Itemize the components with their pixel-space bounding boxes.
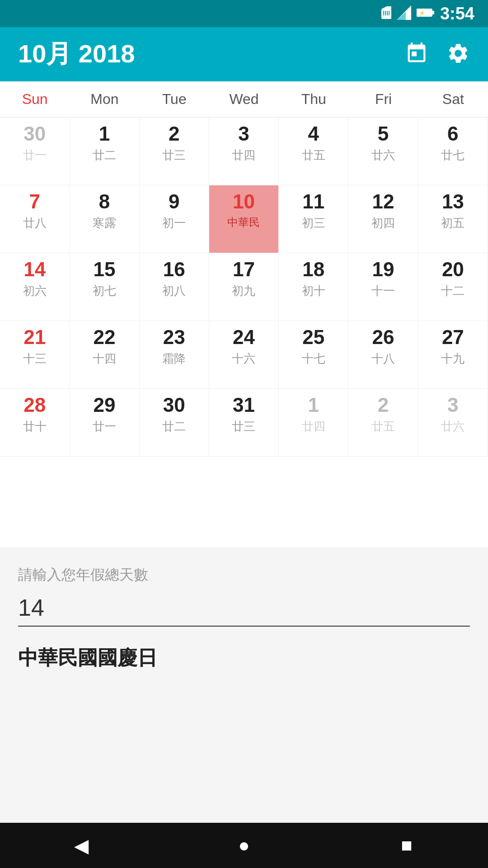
day-number: 2 [169,124,179,144]
day-number: 8 [99,192,110,212]
calendar-day[interactable]: 18初十 [279,253,348,321]
settings-button[interactable] [446,42,470,67]
calendar-day[interactable]: 31廿三 [209,389,279,457]
day-lunar: 初九 [232,283,255,299]
day-number: 28 [23,395,46,415]
day-number: 1 [308,395,319,415]
calendar-day[interactable]: 30廿二 [140,389,209,457]
calendar-day[interactable]: 1廿四 [279,389,348,457]
day-number: 20 [442,259,464,279]
day-number: 30 [163,395,185,415]
day-number: 15 [93,259,115,279]
calendar-day[interactable]: 30廿一 [0,118,70,185]
calendar-today-button[interactable] [405,42,428,67]
calendar-day[interactable]: 26十八 [348,321,418,389]
day-lunar: 初七 [93,283,116,299]
calendar-day[interactable]: 3廿四 [209,118,279,185]
day-lunar: 十八 [371,351,395,367]
day-lunar: 廿七 [441,147,465,163]
recents-button[interactable]: ■ [389,827,425,863]
calendar-day[interactable]: 2廿五 [348,389,418,457]
day-header-tue: Tue [140,91,209,108]
day-number: 25 [302,327,324,347]
day-lunar: 廿四 [232,147,255,163]
calendar-day[interactable]: 17初九 [209,253,279,321]
day-lunar: 廿六 [371,147,395,163]
calendar-day[interactable]: 21十三 [0,321,70,389]
vacation-days-input[interactable]: 14 [18,594,470,627]
day-number: 13 [442,192,464,212]
day-number: 1 [99,124,110,144]
navigation-bar: ◀ ● ■ [0,823,488,868]
day-lunar: 廿二 [93,147,116,163]
calendar-day[interactable]: 12初四 [348,185,418,253]
home-button[interactable]: ● [226,827,262,863]
calendar-day[interactable]: 10中華民 [209,185,279,253]
day-number: 22 [93,327,115,347]
day-number: 30 [23,124,46,144]
calendar-day[interactable]: 9初一 [140,185,209,253]
calendar-day[interactable]: 2廿三 [140,118,209,185]
calendar-day[interactable]: 11初三 [279,185,348,253]
day-number: 23 [163,327,185,347]
calendar-day[interactable]: 14初六 [0,253,70,321]
day-number: 16 [163,259,185,279]
day-lunar: 十一 [371,283,395,299]
day-lunar: 初四 [371,215,395,231]
calendar-day[interactable]: 29廿一 [70,389,139,457]
day-lunar: 廿一 [93,419,116,434]
day-header-wed: Wed [209,91,279,108]
day-number: 4 [308,124,319,144]
calendar-day[interactable]: 20十二 [418,253,488,321]
calendar-day[interactable]: 16初八 [140,253,209,321]
svg-rect-0 [381,9,391,19]
day-lunar: 寒露 [93,215,116,231]
calendar-day[interactable]: 22十四 [70,321,139,389]
day-number: 21 [23,327,46,347]
back-button[interactable]: ◀ [63,827,99,863]
calendar-day[interactable]: 25十七 [279,321,348,389]
calendar-day[interactable]: 19十一 [348,253,418,321]
calendar-day[interactable]: 24十六 [209,321,279,389]
svg-rect-4 [387,11,388,15]
day-lunar: 初五 [441,215,465,231]
day-lunar: 中華民 [227,215,260,230]
calendar-day[interactable]: 23霜降 [140,321,209,389]
day-lunar: 廿三 [162,147,186,163]
day-header-thu: Thu [279,91,348,108]
day-number: 11 [302,192,324,212]
app-header: 10月 2018 [0,27,488,81]
calendar-day[interactable]: 1廿二 [70,118,139,185]
svg-marker-1 [381,6,391,9]
day-lunar: 十三 [23,351,47,367]
calendar-day[interactable]: 7廿八 [0,185,70,253]
day-lunar: 初八 [162,283,186,299]
calendar-day[interactable]: 13初五 [418,185,488,253]
day-lunar: 廿八 [23,215,47,231]
day-lunar: 廿二 [162,419,186,434]
day-lunar: 初三 [302,215,325,231]
calendar-day[interactable]: 4廿五 [279,118,348,185]
calendar-day[interactable]: 27十九 [418,321,488,389]
day-number: 12 [372,192,394,212]
day-number: 3 [238,124,249,144]
day-header-sun: Sun [0,91,70,108]
day-number: 24 [233,327,255,347]
svg-rect-9 [432,11,434,14]
calendar-day[interactable]: 3廿六 [418,389,488,457]
svg-rect-5 [389,11,389,15]
day-header-sat: Sat [418,91,488,108]
calendar-day[interactable]: 6廿七 [418,118,488,185]
calendar-day[interactable]: 8寒露 [70,185,139,253]
calendar-day[interactable]: 5廿六 [348,118,418,185]
day-header-fri: Fri [348,91,418,108]
calendar-day[interactable]: 28廿十 [0,389,70,457]
day-number: 19 [372,259,394,279]
svg-rect-2 [383,11,384,15]
day-lunar: 初一 [162,215,186,231]
holiday-note: 中華民國國慶日 [18,645,470,671]
day-header-mon: Mon [70,91,139,108]
calendar-day[interactable]: 15初七 [70,253,139,321]
day-lunar: 廿四 [302,419,325,434]
sd-card-icon [381,6,391,21]
